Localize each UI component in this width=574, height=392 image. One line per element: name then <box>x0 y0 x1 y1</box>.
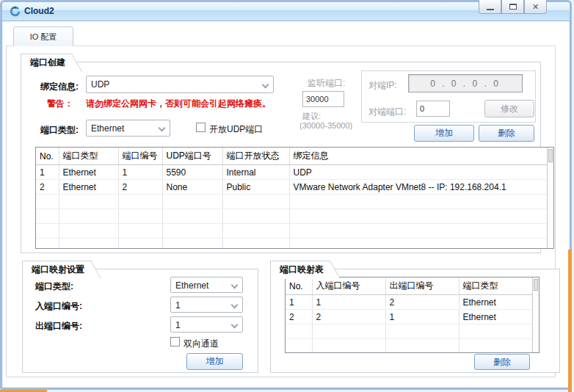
column-header: 端口编号 <box>118 148 162 165</box>
peer-port-input[interactable] <box>416 101 450 117</box>
minimize-button[interactable] <box>479 0 501 14</box>
table-row[interactable]: 2Ethernet2NonePublicVMware Network Adapt… <box>36 180 548 195</box>
open-udp-label: 开放UDP端口 <box>209 123 263 136</box>
table-cell <box>222 195 289 209</box>
table-row[interactable]: 1Ethernet15590InternalUDP <box>36 165 548 180</box>
modify-button[interactable]: 修改 <box>484 100 534 117</box>
table-scrollbar[interactable] <box>547 148 553 248</box>
listen-port-label: 监听端口: <box>308 77 345 90</box>
tab-io-config[interactable]: IO 配置 <box>13 26 73 46</box>
peer-ip-label: 对端IP: <box>368 79 397 92</box>
table-cell: UDP <box>289 165 548 180</box>
out-port-select[interactable]: 1 <box>170 316 243 333</box>
table-cell: Ethernet <box>459 310 533 324</box>
warning-label: 警告： <box>47 98 73 110</box>
table-cell: 2 <box>312 310 385 324</box>
table-row[interactable]: 221Ethernet <box>286 310 533 324</box>
bidir-label: 双向通道 <box>184 338 219 350</box>
table-cell: 1 <box>286 295 312 310</box>
peer-port-label: 对端端口: <box>368 106 406 118</box>
table-row-empty <box>36 224 548 239</box>
port-type-select[interactable]: Ethernet <box>86 120 170 137</box>
table-cell <box>118 239 162 250</box>
warning-text: 请勿绑定公网网卡，否则可能会引起网络瘫痪。 <box>86 98 271 110</box>
map-port-type-value: Ethernet <box>175 280 208 291</box>
port-type-label: 端口类型: <box>40 124 79 137</box>
table-cell: Ethernet <box>59 180 118 195</box>
column-header: 入端口编号 <box>312 277 385 295</box>
port-create-caption: 端口创建 <box>21 54 70 72</box>
table-cell <box>162 239 222 250</box>
suggest-range: (30000-35000) <box>299 121 352 130</box>
table-cell: 1 <box>385 310 459 324</box>
maximize-icon <box>509 4 517 10</box>
table-cell <box>286 339 312 354</box>
map-delete-button[interactable]: 删除 <box>474 354 530 370</box>
table-cell <box>162 209 222 224</box>
table-cell <box>222 239 289 250</box>
port-delete-button[interactable]: 删除 <box>479 125 534 142</box>
suggest-label: 建议: <box>302 111 321 122</box>
table-cell: 2 <box>118 180 162 195</box>
table-cell <box>222 224 289 239</box>
table-cell <box>289 224 548 239</box>
table-cell: Ethernet <box>459 295 533 310</box>
column-header: No. <box>36 148 59 165</box>
table-cell <box>118 209 162 224</box>
peer-ip-field: 0 . 0 . 0 . 0 <box>408 74 523 92</box>
in-port-select[interactable]: 1 <box>170 297 243 313</box>
table-cell <box>162 195 222 209</box>
table-cell: Ethernet <box>59 165 118 180</box>
table-cell <box>162 224 222 239</box>
table-cell <box>312 339 385 354</box>
column-header: No. <box>286 277 312 295</box>
minimize-icon <box>487 9 494 10</box>
map-add-button[interactable]: 增加 <box>186 353 243 370</box>
table-cell <box>222 209 289 224</box>
in-port-value: 1 <box>175 300 181 311</box>
table-row[interactable]: 112Ethernet <box>286 295 533 310</box>
table-row-empty <box>36 209 548 224</box>
column-header: 绑定信息 <box>289 148 548 165</box>
map-port-type-select[interactable]: Ethernet <box>170 277 243 293</box>
maximize-button[interactable] <box>501 0 524 14</box>
port-map-table-caption: 端口映射表 <box>270 261 328 279</box>
chevron-down-icon <box>231 302 239 309</box>
table-cell <box>59 224 118 239</box>
table-header-row: No.端口类型端口编号UDP端口号端口开放状态绑定信息 <box>36 148 548 165</box>
table-cell <box>385 339 459 354</box>
table-cell <box>289 239 548 250</box>
map-port-type-label: 端口类型: <box>35 280 73 293</box>
table-cell: 2 <box>385 295 459 310</box>
close-button[interactable]: ✕ <box>524 0 547 14</box>
chevron-down-icon <box>231 282 239 289</box>
table-cell <box>118 195 162 209</box>
window-controls: ✕ <box>479 0 547 15</box>
listen-port-input[interactable] <box>302 91 344 107</box>
port-add-button[interactable]: 增加 <box>414 125 474 142</box>
port-type-value: Ethernet <box>91 123 124 134</box>
bidir-checkbox[interactable] <box>170 337 180 346</box>
table-cell: Public <box>222 180 289 195</box>
table-cell: 1 <box>36 165 59 180</box>
out-port-value: 1 <box>175 320 181 330</box>
table-header-row: No.入端口编号出端口编号端口类型 <box>286 277 533 295</box>
column-header: UDP端口号 <box>162 148 222 165</box>
window-title: Cloud2 <box>24 6 54 16</box>
table-row-empty <box>36 195 548 209</box>
bind-info-select[interactable]: UDP <box>86 76 274 93</box>
table-cell <box>59 195 118 209</box>
scrollbar-thumb[interactable] <box>534 279 538 291</box>
table-scrollbar[interactable] <box>532 277 539 352</box>
chevron-down-icon <box>262 81 269 89</box>
bind-info-value: UDP <box>91 79 109 90</box>
open-udp-checkbox[interactable] <box>196 123 206 132</box>
table-cell <box>36 209 59 224</box>
table-cell: Internal <box>222 165 289 180</box>
tab-label: IO 配置 <box>30 32 57 43</box>
table-cell <box>59 209 118 224</box>
table-cell <box>459 324 533 339</box>
scrollbar-thumb[interactable] <box>548 149 553 162</box>
table-cell <box>36 239 59 250</box>
out-port-label: 出端口编号: <box>35 320 82 333</box>
